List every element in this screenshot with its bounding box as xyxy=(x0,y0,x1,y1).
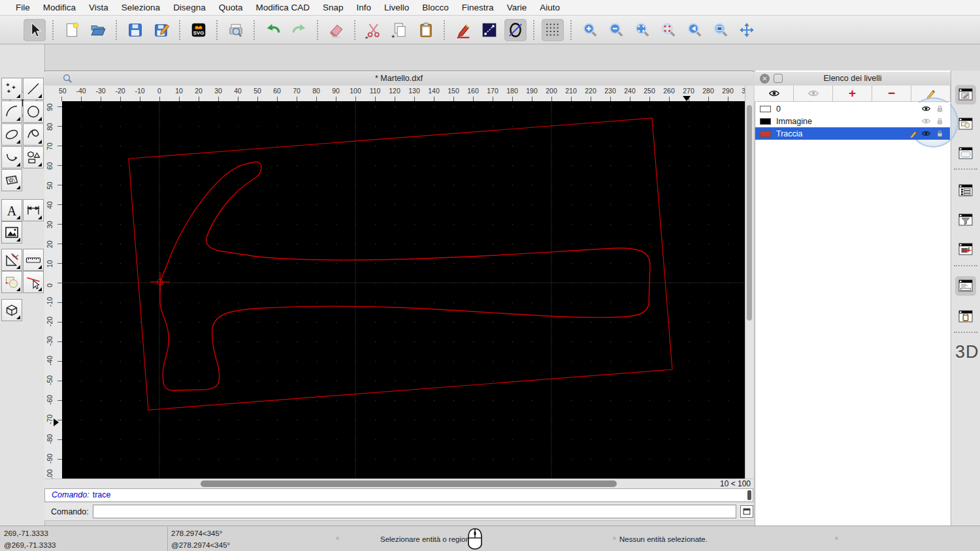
menu-info[interactable]: Info xyxy=(350,0,378,16)
menu-livello[interactable]: Livello xyxy=(378,0,416,16)
image-tool-button[interactable] xyxy=(1,221,22,244)
remove-layer-button[interactable]: − xyxy=(872,86,911,102)
menu-aiuto[interactable]: Aiuto xyxy=(533,0,566,16)
ruler-label: 20 xyxy=(46,239,54,248)
layer-visibility-eye-icon[interactable] xyxy=(921,104,931,114)
points-tool-button[interactable] xyxy=(1,78,22,100)
menu-modifica[interactable]: Modifica xyxy=(37,0,82,16)
menu-vista[interactable]: Vista xyxy=(82,0,115,16)
new-file-button[interactable] xyxy=(61,19,83,41)
win-list-button[interactable] xyxy=(955,181,976,200)
ruler-tick xyxy=(57,224,62,225)
layer-row-immagine[interactable]: Immagine xyxy=(755,115,950,127)
win-clipboard-button[interactable] xyxy=(955,307,976,326)
zoom-out-button[interactable] xyxy=(605,19,627,41)
zoom-prev-button[interactable] xyxy=(683,19,706,41)
spline-tool-button[interactable] xyxy=(23,123,44,146)
arc-tool-button[interactable] xyxy=(1,101,22,123)
save-file-button[interactable] xyxy=(124,19,146,41)
grid-toggle-button[interactable] xyxy=(542,19,564,41)
layer-row-traccia[interactable]: Traccia xyxy=(755,127,950,140)
dimension-tool-button[interactable] xyxy=(23,199,44,221)
line-tool-button[interactable] xyxy=(478,19,500,41)
trim-tool-button[interactable] xyxy=(23,271,44,293)
modify-tool-button[interactable] xyxy=(1,271,22,293)
hide-all-layers-button[interactable] xyxy=(794,86,833,102)
save-file-as-button[interactable] xyxy=(150,19,172,41)
open-file-button[interactable] xyxy=(87,19,109,41)
menu-blocco[interactable]: Blocco xyxy=(416,0,455,16)
ruler-tick xyxy=(728,97,728,101)
command-panel-toggle-button[interactable] xyxy=(740,505,753,518)
select-arrow-button[interactable] xyxy=(24,19,46,41)
add-layer-button[interactable]: + xyxy=(833,86,872,102)
layer-visibility-eye-icon[interactable] xyxy=(921,129,931,138)
erase-button[interactable] xyxy=(325,19,348,41)
solid3d-tool-button[interactable] xyxy=(1,299,22,321)
shapes-tool-button[interactable] xyxy=(23,146,44,168)
zoom-in-button[interactable] xyxy=(579,19,601,41)
zoom-window-button[interactable] xyxy=(710,19,732,41)
zoom-select-button[interactable] xyxy=(657,19,679,41)
ruler-tick xyxy=(257,97,258,101)
undock-panel-icon[interactable] xyxy=(774,74,783,83)
ruler-tick xyxy=(708,97,709,101)
horizontal-scrollbar-thumb[interactable] xyxy=(201,480,617,487)
win-draw-button[interactable] xyxy=(955,85,976,104)
vertical-scrollbar-thumb[interactable] xyxy=(747,105,752,321)
edit-layer-button[interactable] xyxy=(911,86,951,102)
paste-button[interactable] xyxy=(415,19,437,41)
layer-lock-icon[interactable] xyxy=(935,129,945,138)
print-preview-button[interactable] xyxy=(225,19,247,41)
ruler-label: 200 xyxy=(546,87,557,95)
ruler-tick xyxy=(57,302,62,303)
win-block-button[interactable] xyxy=(955,240,976,259)
win-filter-button[interactable] xyxy=(955,210,976,230)
ruler-tick xyxy=(512,97,513,101)
drawing-canvas[interactable] xyxy=(62,101,745,479)
win-command-button[interactable] xyxy=(955,276,976,296)
close-panel-icon[interactable]: ✕ xyxy=(760,74,770,84)
menu-modifica-cad[interactable]: Modifica CAD xyxy=(249,0,316,16)
measure-tool-button[interactable] xyxy=(23,249,44,271)
zoom-auto-button[interactable] xyxy=(631,19,653,41)
menu-disegna[interactable]: Disegna xyxy=(167,0,212,16)
text-tool-button[interactable]: A xyxy=(1,199,22,221)
pan-button[interactable] xyxy=(736,19,758,41)
copy-button[interactable] xyxy=(389,19,411,41)
ruler-label: -100 xyxy=(46,474,54,479)
layer-lock-icon[interactable] xyxy=(935,104,945,114)
ellipse-line-button[interactable] xyxy=(504,19,527,41)
vertical-scrollbar[interactable] xyxy=(745,86,753,479)
menu-file[interactable]: File xyxy=(9,0,37,16)
menu-seleziona[interactable]: Seleziona xyxy=(115,0,167,16)
svg-export-button[interactable]: SVG xyxy=(188,19,210,41)
redo-button[interactable] xyxy=(288,19,310,41)
command-input[interactable] xyxy=(93,505,736,518)
cut-button[interactable] xyxy=(363,19,385,41)
hatch-tool-button[interactable] xyxy=(1,169,22,191)
polyline-tool-button[interactable] xyxy=(1,146,22,168)
menu-varie[interactable]: Varie xyxy=(500,0,534,16)
ruler-tick xyxy=(81,97,82,101)
mouse-icon xyxy=(466,528,483,551)
layer-visibility-eye-icon[interactable] xyxy=(921,116,931,126)
line-tool-button[interactable] xyxy=(23,78,44,100)
hruler-cursor-marker xyxy=(683,96,691,101)
polar-relative: @278.2974<345° xyxy=(171,541,230,549)
layer-lock-icon[interactable] xyxy=(935,116,945,126)
menu-quota[interactable]: Quota xyxy=(212,0,250,16)
circle-tool-button[interactable] xyxy=(23,101,44,123)
undo-button[interactable] xyxy=(262,19,284,41)
drafting-tool-button[interactable] xyxy=(1,249,22,271)
layer-row-0[interactable]: 0 xyxy=(755,102,950,115)
win-shapes-button[interactable] xyxy=(955,114,976,134)
command-history-scrollbar[interactable] xyxy=(747,490,751,500)
win-blank-button[interactable] xyxy=(955,144,976,163)
draw-pencil-button[interactable] xyxy=(452,19,474,41)
ellipse-tool-button[interactable] xyxy=(1,123,22,146)
show-all-layers-button[interactable] xyxy=(755,86,794,102)
menu-finestra[interactable]: Finestra xyxy=(455,0,500,16)
horizontal-scrollbar-track[interactable] xyxy=(62,480,715,487)
menu-snap[interactable]: Snap xyxy=(316,0,350,16)
